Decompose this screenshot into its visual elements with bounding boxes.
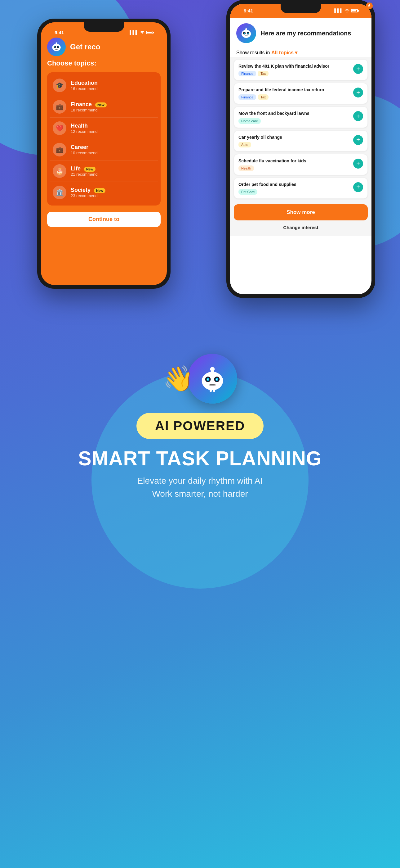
new-badge-society: New (94, 188, 105, 193)
svg-rect-35 (210, 389, 212, 392)
add-btn-2[interactable]: + (353, 88, 363, 97)
add-btn-4[interactable]: + (353, 135, 363, 145)
notch-back (84, 22, 124, 32)
topic-item-career[interactable]: 💼 Career 10 recommend (49, 139, 158, 160)
ai-powered-text: AI POWERED (155, 418, 245, 433)
wifi-icon-front (344, 8, 349, 13)
reco-card-content-4: Car yearly oil change Auto (238, 134, 350, 148)
reco-card-content-5: Schedule flu vaccination for kids Health (238, 158, 350, 171)
phones-section: 9:41 ▌▌▌ (0, 0, 400, 341)
topic-count-health: 12 recommend (71, 129, 155, 134)
topic-icon-finance: 💼 (53, 100, 66, 114)
add-btn-6[interactable]: + (353, 182, 363, 192)
signal-icon-front: ▌▌▌ (334, 8, 343, 13)
show-results-row: Show results in All topics ▾ (230, 47, 371, 57)
status-time-front: 9:41 (244, 8, 253, 13)
svg-rect-33 (202, 377, 205, 383)
back-robot-row: Get reco (47, 37, 161, 56)
notch-front (280, 4, 321, 13)
tag-auto-4: Auto (238, 142, 251, 148)
ai-powered-badge: AI POWERED (136, 413, 264, 439)
reco-card-6: Order pet food and supplies Pet Care + (234, 178, 368, 199)
change-interest-btn[interactable]: Change interest (234, 222, 368, 232)
add-btn-3[interactable]: + (353, 111, 363, 121)
svg-rect-21 (249, 33, 251, 35)
topic-count-finance: 18 recommend (71, 108, 155, 113)
topic-icon-career: 💼 (53, 143, 66, 156)
sub-line-1: Elevate your daily rhythm with AI (137, 476, 263, 486)
phone-front-screen: 9:41 ▌▌▌ (230, 4, 371, 294)
topic-item-finance[interactable]: 💼 Finance New 18 recommend (49, 96, 158, 118)
topic-info-finance: Finance New 18 recommend (71, 101, 155, 113)
svg-rect-34 (220, 377, 223, 383)
topic-count-society: 23 recommend (71, 193, 155, 198)
svg-rect-10 (60, 46, 61, 49)
topic-count-career: 10 recommend (71, 151, 155, 155)
topic-icon-education: 🎓 (53, 79, 66, 92)
svg-point-28 (216, 379, 218, 380)
tag-tax-2: Tax (258, 94, 269, 100)
tag-row-6: Pet Care (238, 189, 350, 195)
topic-name-life: Life New (71, 165, 155, 172)
recommendations-title: Here are my recommendations (261, 30, 351, 37)
ai-mascot-wrap: 👋 (163, 354, 237, 404)
tag-health-5: Health (238, 165, 254, 171)
tag-petcare-6: Pet Care (238, 189, 257, 195)
add-btn-1[interactable]: + (353, 64, 363, 74)
add-btn-5[interactable]: + (353, 159, 363, 168)
reco-card-content-2: Prepare and file federal income tax retu… (238, 87, 350, 100)
topic-icon-health: ❤️ (53, 121, 66, 135)
reco-card-4: Car yearly oil change Auto + (234, 130, 368, 152)
reco-card-content-6: Order pet food and supplies Pet Care (238, 182, 350, 195)
topic-item-life[interactable]: 🎂 Life New 21 recommend (49, 160, 158, 182)
svg-point-19 (245, 28, 247, 30)
topic-name-society: Society New (71, 187, 155, 193)
reco-card-5: Schedule flu vaccination for kids Health… (234, 154, 368, 175)
reco-title-1: Review the 401 K plan with financial adv… (238, 63, 350, 69)
reco-title-5: Schedule flu vaccination for kids (238, 158, 350, 164)
svg-point-15 (247, 33, 249, 34)
topic-name-finance: Finance New (71, 101, 155, 108)
tag-finance-1: Finance (238, 71, 256, 76)
back-phone-header: 9:41 ▌▌▌ (41, 22, 167, 233)
topic-name-health: Health (71, 123, 155, 129)
reco-title-3: Mow the front and backyard lawns (238, 111, 350, 116)
svg-point-32 (210, 367, 214, 371)
svg-point-27 (207, 379, 209, 380)
topic-item-education[interactable]: 🎓 Education 16 recommend (49, 75, 158, 96)
signal-icon: ▌▌▌ (130, 30, 138, 35)
reco-card-1: Review the 401 K plan with financial adv… (234, 59, 368, 81)
show-results-topic[interactable]: All topics ▾ (271, 50, 297, 55)
topic-info-career: Career 10 recommend (71, 144, 155, 155)
show-more-button[interactable]: Show more (234, 204, 368, 220)
continue-btn-wrap[interactable]: Continue to (47, 212, 161, 227)
tag-row-5: Health (238, 165, 350, 171)
svg-rect-30 (210, 384, 215, 385)
svg-rect-17 (245, 36, 247, 36)
status-icons-front: ▌▌▌ (334, 8, 358, 13)
svg-rect-36 (213, 389, 215, 392)
continue-btn-text: Continue to (88, 216, 120, 222)
robot-avatar-front (236, 23, 256, 43)
reco-title-4: Car yearly oil change (238, 134, 350, 140)
topic-info-health: Health 12 recommend (71, 123, 155, 134)
phone-back: 9:41 ▌▌▌ (37, 19, 171, 289)
wave-emoji: 👋 (163, 364, 194, 393)
tag-homecare-3: Home care (238, 118, 261, 124)
front-header: Here are my recommendations (230, 18, 371, 47)
topic-item-health[interactable]: ❤️ Health 12 recommend (49, 118, 158, 139)
svg-point-3 (54, 46, 56, 48)
new-badge-finance: New (95, 102, 107, 107)
battery-icon-back (146, 31, 153, 34)
topic-count-life: 21 recommend (71, 172, 155, 177)
topic-item-society[interactable]: 🏛️ Society New 23 recommend (49, 182, 158, 203)
front-header-text: Here are my recommendations (261, 30, 351, 37)
topic-info-education: Education 16 recommend (71, 80, 155, 91)
bottom-section: 👋 AI POWERED SMAR (0, 341, 400, 525)
svg-point-14 (244, 33, 245, 34)
svg-rect-20 (241, 33, 243, 35)
topic-name-education: Education (71, 80, 155, 86)
show-results-label: Show results in (236, 50, 270, 55)
reco-title-2: Prepare and file federal income tax retu… (238, 87, 350, 93)
robot-avatar-back (47, 37, 66, 56)
